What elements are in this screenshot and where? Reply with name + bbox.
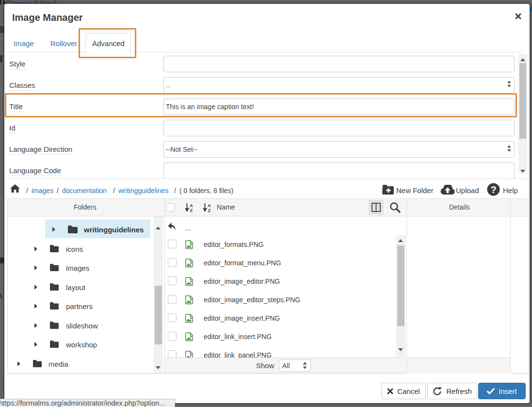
svg-text:Z: Z (190, 208, 193, 212)
svg-text:Z: Z (208, 208, 211, 212)
svg-text:?: ? (490, 184, 496, 195)
